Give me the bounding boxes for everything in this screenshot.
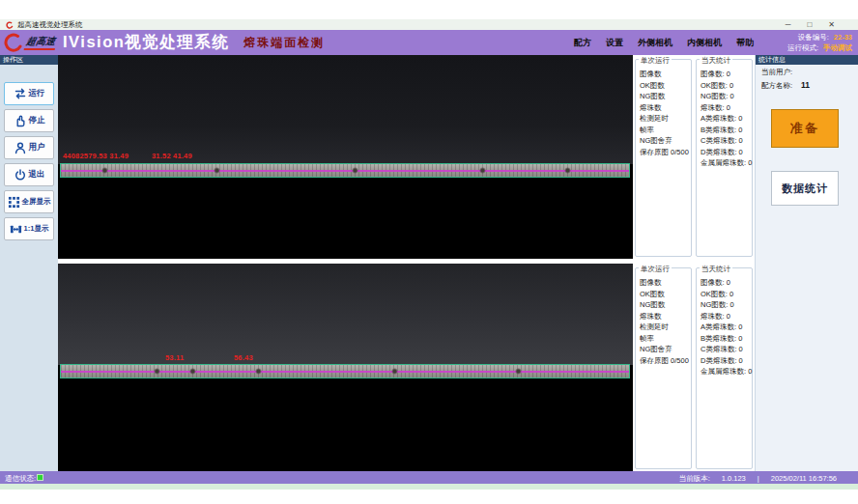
stat-row: 熔珠数 (640, 311, 691, 322)
app-logo-icon (6, 21, 14, 29)
stat-row: B类熔珠数: 0 (701, 125, 752, 136)
window-title: 超高速视觉处理系统 (17, 20, 83, 30)
app-header: 超高速 IVision视觉处理系统 熔珠端面检测 配方设置外侧相机内侧相机帮助 … (0, 30, 858, 55)
measure-line-magenta (61, 371, 629, 373)
stat-row: NG图数: 0 (701, 299, 752, 311)
stat-row: 图像数: 0 (701, 69, 752, 80)
bead-blob (189, 368, 196, 375)
user-button[interactable]: 用户 (4, 136, 54, 159)
stop-button[interactable]: 停止 (4, 109, 54, 132)
stat-row: OK图数: 0 (701, 289, 752, 300)
stat-row: NG图数 (640, 91, 691, 102)
stats-panel-camera1: 单次运行 图像数OK图数NG图数熔珠数检测延时帧率NG图舍弃保存原图 0/500… (635, 57, 753, 257)
bottom-strip (0, 484, 858, 490)
weld-bead-band-1 (60, 163, 630, 178)
run-cycle-icon (14, 87, 27, 100)
bead-blob (479, 167, 486, 174)
menu-item[interactable]: 帮助 (736, 37, 754, 49)
menu-item[interactable]: 设置 (606, 37, 623, 49)
brand-logo-text: 超高速 (24, 35, 58, 50)
stat-row: 检测延时 (640, 113, 691, 125)
stat-row: 金属屑熔珠数: 0 (701, 366, 752, 378)
today-stats-rows: 图像数: 0OK图数: 0NG图数: 0熔珠数: 0A类熔珠数: 0B类熔珠数:… (697, 268, 752, 378)
single-run-rows: 图像数OK图数NG图数熔珠数检测延时帧率NG图舍弃保存原图 0/500 (636, 268, 691, 366)
stat-row: 帧率 (640, 125, 691, 136)
single-run-rows: 图像数OK图数NG图数熔珠数检测延时帧率NG图舍弃保存原图 0/500 (636, 60, 691, 157)
minimize-icon[interactable]: ─ (786, 21, 791, 29)
operation-sidebar: 操作区 运行 停止 用户 退出 全屏显示 (0, 55, 58, 471)
os-titlebar: 超高速视觉处理系统 ─ □ ✕ (0, 19, 858, 30)
stop-hand-icon (14, 114, 27, 127)
fullscreen-button[interactable]: 全屏显示 (4, 190, 54, 213)
today-stats-groupbox: 当天统计 图像数: 0OK图数: 0NG图数: 0熔珠数: 0A类熔珠数: 0B… (696, 59, 753, 257)
separator: | (758, 474, 759, 484)
stat-row: 图像数 (640, 277, 691, 289)
one-to-one-icon (10, 223, 22, 236)
stat-row: OK图数 (640, 289, 691, 300)
stat-row: NG图数: 0 (701, 91, 752, 102)
stat-row: OK图数 (640, 80, 691, 92)
recipe-name-row: 配方名称:11 (761, 80, 810, 91)
stat-row: C类熔珠数: 0 (701, 344, 752, 355)
menu-item[interactable]: 配方 (574, 37, 591, 49)
close-icon[interactable]: ✕ (828, 21, 835, 29)
stat-row: D类熔珠数: 0 (701, 355, 752, 367)
measure-line-magenta (61, 170, 629, 172)
sidebar-buttons: 运行 停止 用户 退出 全屏显示 1:1显示 (4, 82, 54, 240)
stat-row: OK图数: 0 (701, 80, 752, 92)
stat-row: 检测延时 (640, 322, 691, 333)
bead-blob (391, 368, 398, 375)
user-button-label: 用户 (29, 142, 45, 154)
menu-item[interactable]: 外侧相机 (638, 37, 672, 49)
device-number-label: 设备编号: (798, 32, 829, 42)
run-button-label: 运行 (29, 88, 45, 99)
maximize-icon[interactable]: □ (807, 21, 812, 29)
menu-item[interactable]: 内侧相机 (687, 37, 722, 49)
stat-row: 金属屑熔珠数: 0 (701, 157, 752, 169)
fullscreen-button-label: 全屏显示 (22, 197, 51, 207)
single-run-groupbox: 单次运行 图像数OK图数NG图数熔珠数检测延时帧率NG图舍弃保存原图 0/500 (635, 267, 692, 469)
app-window: 超高速视觉处理系统 ─ □ ✕ 超高速 IVision视觉处理系统 熔珠端面检测… (0, 0, 858, 504)
run-mode-value: 手动调试 (823, 42, 852, 53)
camera2-background (58, 264, 633, 365)
stat-row: 熔珠数 (640, 102, 691, 114)
one-to-one-button[interactable]: 1:1显示 (4, 217, 54, 240)
window-controls: ─ □ ✕ (786, 21, 852, 29)
stat-row: 熔珠数: 0 (701, 102, 752, 114)
bead-blob (154, 368, 160, 375)
exit-button[interactable]: 退出 (4, 163, 54, 186)
statistics-info-title: 统计信息 (756, 55, 858, 65)
stat-row: B类熔珠数: 0 (701, 333, 752, 345)
statistics-info-panel: 统计信息 当前用户: 配方名称:11 准备 数据统计 (755, 55, 858, 471)
current-user-label: 当前用户: (761, 68, 792, 77)
page-subtitle: 熔珠端面检测 (243, 35, 325, 51)
camera-view-1: 44082579.53 31.49 31.52 41.49 (58, 55, 633, 259)
bead-blob (515, 368, 522, 375)
status-bar: 通信状态: 当前版本: 1.0.123 | 2025/02/11 16:57:5… (0, 471, 858, 484)
device-number-value: 22-33 (834, 32, 852, 42)
version-value: 1.0.123 (722, 474, 746, 484)
stat-row: 保存原图 0/500 (640, 355, 691, 367)
measurement-annotation: 53.11 (165, 353, 184, 362)
comm-status-indicator (37, 474, 43, 481)
stop-button-label: 停止 (29, 115, 45, 126)
bead-blob (101, 167, 108, 174)
stat-row: 帧率 (640, 333, 691, 345)
stats-panel-camera2: 单次运行 图像数OK图数NG图数熔珠数检测延时帧率NG图舍弃保存原图 0/500… (635, 266, 753, 469)
stat-row: 保存原图 0/500 (640, 147, 691, 158)
single-run-title: 单次运行 (639, 56, 672, 66)
menu-bar: 配方设置外侧相机内侧相机帮助 (574, 30, 754, 55)
recipe-name-label: 配方名称: (761, 81, 792, 90)
fullscreen-grid-icon (8, 196, 20, 209)
page-title: IVision视觉处理系统 (63, 32, 229, 53)
run-button[interactable]: 运行 (4, 82, 54, 105)
data-statistics-button[interactable]: 数据统计 (771, 171, 839, 206)
datetime: 2025/02/11 16:57:56 (771, 474, 837, 484)
stat-row: A类熔珠数: 0 (701, 113, 752, 125)
today-stats-groupbox: 当天统计 图像数: 0OK图数: 0NG图数: 0熔珠数: 0A类熔珠数: 0B… (696, 267, 753, 469)
prepare-button[interactable]: 准备 (771, 109, 839, 148)
camera-view-2: 53.11 56.43 (58, 264, 633, 471)
brand-swirl-icon (3, 33, 24, 52)
bead-blob (255, 368, 262, 375)
stat-row: A类熔珠数: 0 (701, 322, 752, 333)
